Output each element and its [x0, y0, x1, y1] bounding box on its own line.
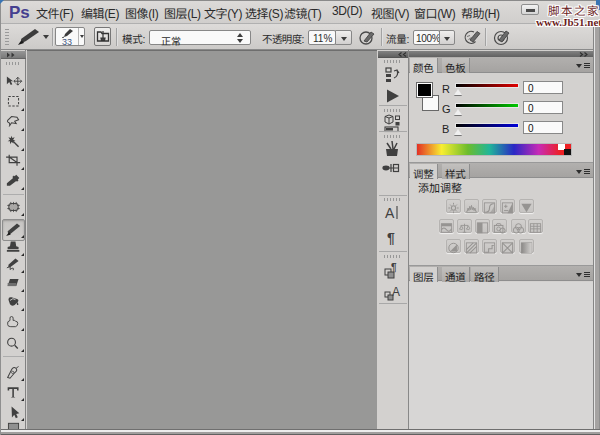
svg-text:¶: ¶: [391, 262, 397, 273]
svg-text:A: A: [385, 205, 395, 221]
svg-text:¶: ¶: [387, 230, 395, 246]
svg-text:A: A: [392, 285, 400, 299]
